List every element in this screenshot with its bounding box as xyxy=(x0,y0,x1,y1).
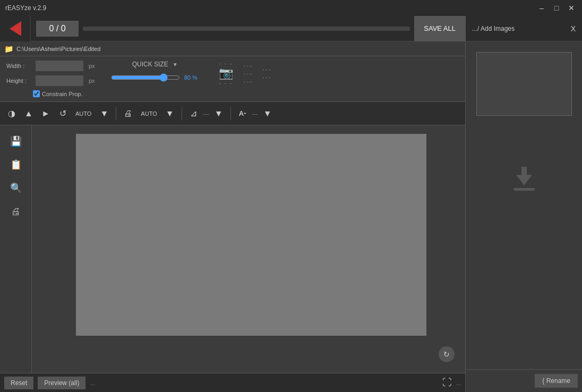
resize-icon[interactable]: 🖨 xyxy=(121,106,135,121)
save-all-button[interactable]: SAVE ALL xyxy=(414,16,465,41)
toolbar-separator-1 xyxy=(116,107,116,120)
rdash2-2: - - - xyxy=(262,74,271,80)
flip-icon[interactable]: ◄ xyxy=(38,106,53,121)
window-controls: – □ ✕ xyxy=(536,3,577,13)
main-container: 0 / 0 SAVE ALL 📁 C:\Users\Ashwin\Picture… xyxy=(0,16,582,392)
text-icon[interactable]: A+ xyxy=(235,106,250,121)
progress-track xyxy=(83,27,410,31)
right-panel-content xyxy=(466,41,582,369)
dashes-top: - - - xyxy=(219,61,233,66)
resize-auto-button[interactable]: AUTO xyxy=(138,109,160,118)
topbar: 0 / 0 SAVE ALL xyxy=(0,16,465,41)
rotate-dropdown-icon[interactable]: ▼ xyxy=(97,106,112,121)
add-images-bar: .../ Add Images X xyxy=(466,16,582,41)
controls-bar: Width : px Height : px Constrain Prop. xyxy=(0,56,465,102)
titlebar: rEASYze v.2.9 – □ ✕ xyxy=(0,0,582,16)
canvas-action-button[interactable]: ↻ xyxy=(439,346,455,362)
toolbar-separator-3 xyxy=(230,107,231,120)
text-dashes: --- xyxy=(252,110,258,117)
print-tool-icon: 🖨 xyxy=(11,206,21,217)
save-tool-icon: 💾 xyxy=(10,135,22,147)
bottom-bar: Reset Preview (all) ... ⛶ ... xyxy=(0,373,465,392)
close-button[interactable]: ✕ xyxy=(566,3,577,13)
filter-dropdown-icon[interactable]: ▼ xyxy=(211,106,226,121)
drop-arrow-icon xyxy=(503,156,545,199)
left-area: 0 / 0 SAVE ALL 📁 C:\Users\Ashwin\Picture… xyxy=(0,16,465,392)
reset-button[interactable]: Reset xyxy=(4,377,33,389)
height-row: Height : px xyxy=(6,75,95,86)
height-unit: px xyxy=(89,78,95,84)
folder-icon: 📁 xyxy=(4,45,13,53)
logo-arrow-icon xyxy=(10,21,21,36)
canvas-wrapper: ↻ xyxy=(32,125,465,373)
path-text: C:\Users\Ashwin\Pictures\Edited xyxy=(16,46,100,52)
fullscreen-button[interactable]: ⛶ xyxy=(442,377,452,388)
content-wrapper: 💾 📋 🔍 🖨 ↻ xyxy=(0,125,465,373)
quick-size-label: QUICK SIZE xyxy=(132,61,168,68)
progress-bar-area xyxy=(79,16,414,41)
rotate-auto-label: AUTO xyxy=(75,110,91,117)
right-dashes-group: - - - - - - - - - xyxy=(244,63,252,84)
bottom-left-dashes: ... xyxy=(90,380,95,386)
slider-value: 80 % xyxy=(184,74,198,81)
constrain-checkbox[interactable] xyxy=(33,90,40,97)
app-title: rEASYze v.2.9 xyxy=(5,4,46,12)
search-tool-icon: 🔍 xyxy=(10,182,22,194)
drop-area xyxy=(476,52,572,116)
camera-area: - - - 📷 - - - xyxy=(219,61,233,86)
close-panel-button[interactable]: X xyxy=(571,24,576,33)
rdash-1: - - - xyxy=(244,63,252,69)
rotate-icon[interactable]: ↺ xyxy=(55,106,70,121)
constrain-row: Constrain Prop. xyxy=(33,90,95,97)
rdash-3: - - - xyxy=(244,79,252,84)
resize-auto-label: AUTO xyxy=(141,110,157,117)
brightness-icon[interactable]: ◑ xyxy=(4,106,19,121)
minimize-button[interactable]: – xyxy=(536,3,547,13)
text-dropdown-icon[interactable]: ▼ xyxy=(260,106,275,121)
right-panel: .../ Add Images X { Rename xyxy=(465,16,582,392)
image-counter: 0 / 0 xyxy=(36,21,79,37)
filter-icon[interactable]: ⊿ xyxy=(186,106,201,121)
copy-tool-button[interactable]: 📋 xyxy=(5,155,27,174)
svg-rect-0 xyxy=(513,188,535,191)
width-unit: px xyxy=(89,63,95,69)
bottom-right-dashes: ... xyxy=(456,380,461,386)
left-tools-sidebar: 💾 📋 🔍 🖨 xyxy=(0,125,32,373)
image-canvas xyxy=(76,134,426,336)
rename-button[interactable]: { Rename xyxy=(535,374,578,388)
preview-all-button[interactable]: Preview (all) xyxy=(38,377,85,389)
resize-dropdown-icon[interactable]: ▼ xyxy=(162,106,177,121)
app-logo xyxy=(0,16,31,41)
filter-dashes: --- xyxy=(203,110,209,117)
toolbar: ◑ ▲ ◄ ↺ AUTO ▼ 🖨 AUTO ▼ ⊿ --- ▼ xyxy=(0,102,465,125)
rdash-2: - - - xyxy=(244,71,252,76)
toolbar-separator-2 xyxy=(182,107,182,120)
size-slider[interactable] xyxy=(111,73,180,82)
add-images-button[interactable]: .../ Add Images xyxy=(472,25,515,32)
search-tool-button[interactable]: 🔍 xyxy=(5,178,27,198)
quick-size-dropdown-icon[interactable]: ▼ xyxy=(173,62,178,67)
dashes-bottom: - - - xyxy=(219,80,233,86)
print-tool-button[interactable]: 🖨 xyxy=(5,202,27,221)
rdash2-1: - - - xyxy=(262,66,271,72)
rotate-auto-button[interactable]: AUTO xyxy=(72,109,95,118)
height-label: Height : xyxy=(6,78,30,84)
width-row: Width : px xyxy=(6,61,95,71)
maximize-button[interactable]: □ xyxy=(551,3,562,13)
drop-icon-area xyxy=(479,124,569,231)
slider-area: 80 % xyxy=(111,73,198,82)
width-input[interactable] xyxy=(36,61,83,71)
width-label: Width : xyxy=(6,63,30,69)
camera-icon: 📷 xyxy=(219,66,233,80)
copy-tool-icon: 📋 xyxy=(10,159,22,171)
contrast-icon[interactable]: ▲ xyxy=(21,106,36,121)
save-tool-button[interactable]: 💾 xyxy=(5,132,27,151)
right-dashes-group2: - - - - - - xyxy=(262,66,271,80)
constrain-label: Constrain Prop. xyxy=(42,91,82,97)
right-bottom-bar: { Rename xyxy=(466,369,582,392)
height-input[interactable] xyxy=(36,75,83,86)
path-bar: 📁 C:\Users\Ashwin\Pictures\Edited xyxy=(0,41,465,56)
